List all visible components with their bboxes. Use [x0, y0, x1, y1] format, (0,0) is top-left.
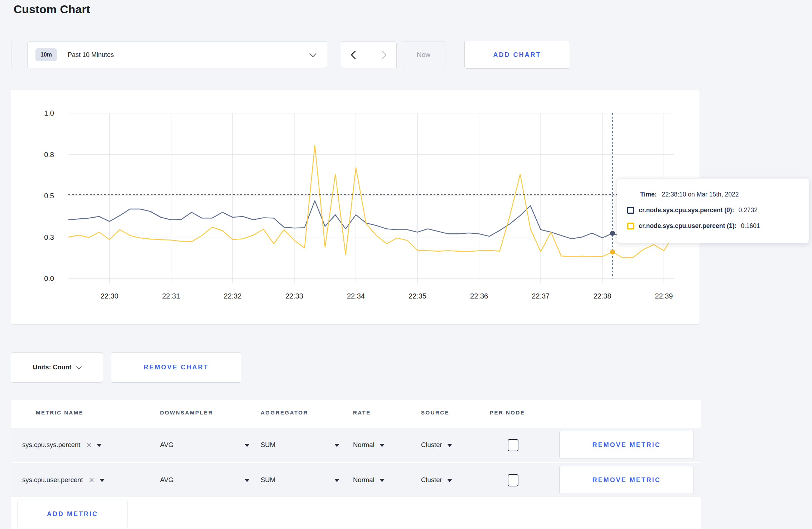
caret-down-icon: [97, 444, 102, 447]
chevron-right-icon: [378, 50, 387, 59]
y-axis-tick-label: 0.3: [44, 233, 54, 241]
tooltip-time-label: Time:: [640, 191, 657, 198]
x-axis-tick-label: 22:36: [470, 292, 488, 300]
header-downsampler: DOWNSAMPLER: [160, 409, 213, 416]
remove-chart-button[interactable]: REMOVE CHART: [111, 352, 241, 383]
chart-hover-tooltip: Time: 22:38:10 on Mar 15th, 2022 cr.node…: [617, 178, 809, 243]
chevron-down-icon: [309, 50, 316, 57]
x-axis-tick-label: 22:32: [224, 292, 242, 300]
caret-down-icon: [245, 444, 250, 447]
caret-down-icon: [380, 479, 385, 482]
remove-metric-button[interactable]: REMOVE METRIC: [559, 431, 694, 459]
custom-chart-page: Custom Chart 10m Past 10 Minutes Now ADD…: [0, 0, 812, 529]
chart-grid: 0.00.30.50.81.022:3022:3122:3222:3322:34…: [44, 109, 674, 300]
source-value: Cluster: [421, 441, 442, 449]
rate-value: Normal: [353, 476, 374, 484]
x-axis-tick-label: 22:37: [532, 292, 550, 300]
chart-plot-area[interactable]: 0.00.30.50.81.022:3022:3122:3222:3322:34…: [11, 89, 700, 324]
metrics-table-header: METRIC NAME DOWNSAMPLER AGGREGATOR RATE …: [11, 400, 701, 428]
x-axis-tick-label: 22:31: [162, 292, 180, 300]
add-metric-button[interactable]: ADD METRIC: [18, 500, 127, 528]
caret-down-icon: [100, 479, 105, 482]
time-range-label: Past 10 Minutes: [68, 51, 114, 59]
tooltip-series-user-label: cr.node.sys.cpu.user.percent (1):: [639, 222, 736, 230]
series-user-swatch-icon: [627, 223, 634, 229]
tooltip-series-user-value: 0.1601: [741, 222, 760, 230]
header-rate: RATE: [353, 409, 371, 416]
toolbar-divider: [11, 42, 11, 69]
tooltip-time-value: 22:38:10 on Mar 15th, 2022: [662, 191, 739, 198]
header-metric-name: METRIC NAME: [36, 409, 83, 416]
metric-row: sys.cpu.sys.percent ✕ AVG SUM Normal Clu…: [11, 428, 701, 462]
x-axis-tick-label: 22:35: [409, 292, 426, 300]
x-axis-tick-label: 22:38: [593, 292, 611, 300]
time-range-selector[interactable]: 10m Past 10 Minutes: [27, 42, 327, 68]
rate-dropdown[interactable]: Normal: [353, 463, 385, 497]
metric-name-dropdown[interactable]: sys.cpu.user.percent ✕: [22, 463, 105, 497]
series-line-0: [68, 201, 674, 239]
next-time-button[interactable]: [369, 42, 397, 68]
metric-name-value: sys.cpu.sys.percent: [22, 441, 80, 449]
time-step-buttons: [341, 42, 397, 68]
units-label: Units: Count: [33, 364, 72, 371]
header-aggregator: AGGREGATOR: [261, 409, 308, 416]
downsampler-value: AVG: [160, 441, 174, 449]
tooltip-series-sys-value: 0.2732: [739, 207, 758, 214]
series-sys-swatch-icon: [627, 207, 634, 214]
downsampler-dropdown[interactable]: AVG: [160, 463, 250, 497]
header-per-node: PER NODE: [490, 409, 525, 416]
y-axis-tick-label: 0.8: [44, 151, 54, 159]
aggregator-dropdown[interactable]: SUM: [261, 463, 339, 497]
header-source: SOURCE: [421, 409, 449, 416]
time-range-badge: 10m: [35, 48, 57, 61]
caret-down-icon: [334, 479, 339, 482]
y-axis-tick-label: 0.5: [44, 192, 54, 200]
metric-name-value: sys.cpu.user.percent: [22, 476, 83, 484]
caret-down-icon: [245, 479, 250, 482]
source-dropdown[interactable]: Cluster: [421, 463, 452, 497]
x-axis-tick-label: 22:30: [101, 292, 119, 300]
metric-row: sys.cpu.user.percent ✕ AVG SUM Normal Cl…: [11, 463, 701, 497]
page-title: Custom Chart: [14, 3, 90, 16]
x-axis-tick-label: 22:39: [655, 292, 673, 300]
prev-time-button[interactable]: [341, 42, 369, 68]
source-dropdown[interactable]: Cluster: [421, 428, 452, 462]
clear-metric-icon[interactable]: ✕: [86, 441, 92, 449]
downsampler-value: AVG: [160, 476, 174, 484]
x-axis-tick-label: 22:33: [285, 292, 303, 300]
hover-point-1: [610, 249, 615, 254]
remove-metric-button[interactable]: REMOVE METRIC: [559, 466, 694, 494]
y-axis-tick-label: 1.0: [44, 109, 54, 117]
clear-metric-icon[interactable]: ✕: [89, 476, 95, 484]
caret-down-icon: [447, 444, 452, 447]
tooltip-series-sys-label: cr.node.sys.cpu.sys.percent (0):: [639, 207, 734, 214]
aggregator-dropdown[interactable]: SUM: [261, 428, 339, 462]
aggregator-value: SUM: [261, 476, 275, 484]
metric-name-dropdown[interactable]: sys.cpu.sys.percent ✕: [22, 428, 102, 462]
caret-down-icon: [334, 444, 339, 447]
rate-dropdown[interactable]: Normal: [353, 428, 385, 462]
hover-point-0: [610, 231, 615, 236]
per-node-checkbox[interactable]: [508, 474, 518, 486]
caret-down-icon: [380, 444, 385, 447]
rate-value: Normal: [353, 441, 374, 449]
add-chart-button[interactable]: ADD CHART: [464, 41, 570, 69]
chevron-down-icon: [76, 364, 82, 370]
downsampler-dropdown[interactable]: AVG: [160, 428, 250, 462]
source-value: Cluster: [421, 476, 442, 484]
aggregator-value: SUM: [261, 441, 275, 449]
units-dropdown[interactable]: Units: Count: [11, 352, 103, 383]
now-button[interactable]: Now: [402, 42, 445, 68]
chart-card: 0.00.30.50.81.022:3022:3122:3222:3322:34…: [11, 89, 700, 325]
series-line-1: [68, 145, 674, 258]
chevron-left-icon: [351, 50, 359, 59]
caret-down-icon: [447, 479, 452, 482]
y-axis-tick-label: 0.0: [44, 275, 54, 282]
per-node-checkbox[interactable]: [508, 439, 518, 451]
x-axis-tick-label: 22:34: [347, 292, 365, 300]
